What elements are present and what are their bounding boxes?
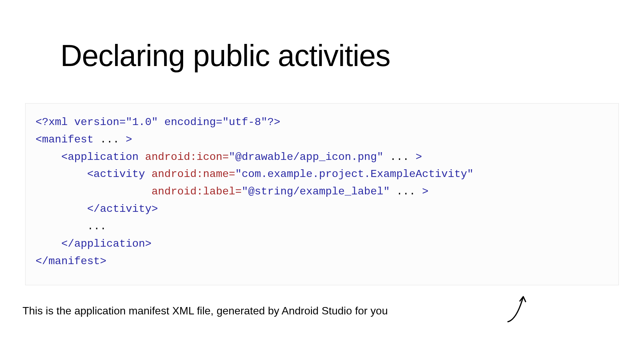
code-token: > bbox=[126, 133, 132, 146]
code-token: android:name= bbox=[145, 168, 235, 180]
code-token: > bbox=[422, 185, 428, 198]
code-container: <?xml version="1.0" encoding="utf-8"?> <… bbox=[25, 103, 619, 285]
slide: Declaring public activities <?xml versio… bbox=[0, 39, 644, 362]
code-token: </activity> bbox=[36, 203, 158, 215]
code-block: <?xml version="1.0" encoding="utf-8"?> <… bbox=[36, 114, 608, 270]
code-token: ?> bbox=[267, 116, 280, 128]
code-token: "com.example.project.ExampleActivity" bbox=[235, 168, 474, 180]
code-token: android:icon= bbox=[139, 151, 229, 163]
code-token: <?xml version= bbox=[36, 116, 126, 128]
code-token: <manifest bbox=[36, 133, 94, 146]
code-token: "1.0" bbox=[126, 116, 158, 128]
code-token: android:label= bbox=[145, 185, 241, 198]
code-token: <activity bbox=[36, 168, 145, 180]
arrow-icon bbox=[505, 292, 528, 323]
code-token bbox=[36, 185, 145, 198]
slide-title: Declaring public activities bbox=[60, 39, 644, 73]
code-token: <application bbox=[36, 151, 139, 163]
code-token: > bbox=[416, 151, 422, 163]
code-token: "utf-8" bbox=[222, 116, 267, 128]
code-token: "@drawable/app_icon.png" bbox=[229, 151, 383, 163]
code-token: ... bbox=[36, 220, 106, 233]
code-token: ... bbox=[383, 151, 416, 163]
code-token: ... bbox=[390, 185, 422, 198]
code-token: </application> bbox=[36, 238, 152, 250]
code-token: encoding= bbox=[158, 116, 222, 128]
code-token: </manifest> bbox=[36, 255, 106, 267]
slide-caption: This is the application manifest XML fil… bbox=[22, 305, 644, 317]
code-token: "@string/example_label" bbox=[242, 185, 390, 198]
code-token: ... bbox=[94, 133, 126, 146]
